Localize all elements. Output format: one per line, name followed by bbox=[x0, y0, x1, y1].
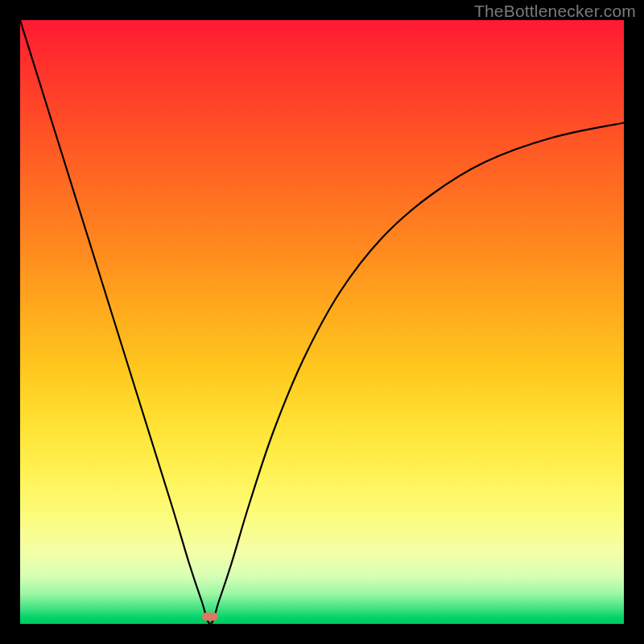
watermark-text: TheBottlenecker.com bbox=[474, 2, 636, 21]
chart-frame bbox=[0, 0, 644, 644]
